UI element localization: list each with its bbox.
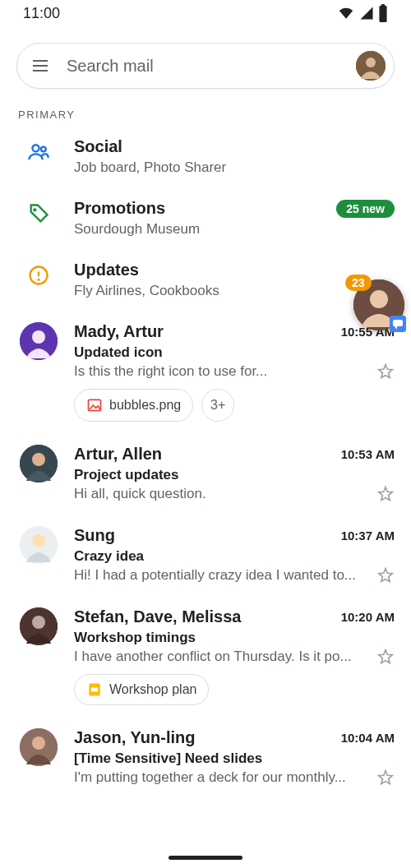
email-subject: Workshop timings <box>74 630 395 646</box>
sender-avatar[interactable] <box>20 445 58 482</box>
sender-avatar[interactable] <box>20 607 58 645</box>
emails-list: Mady, Artur 10:55 AM Updated icon Is thi… <box>0 311 411 798</box>
star-icon[interactable] <box>376 566 395 584</box>
star-icon[interactable] <box>376 648 395 666</box>
chip-label: bubbles.png <box>109 398 181 413</box>
email-sender: Stefan, Dave, Melissa <box>74 607 241 626</box>
battery-icon <box>378 4 388 22</box>
slides-icon <box>86 681 103 698</box>
signal-icon <box>358 6 375 21</box>
email-time: 10:20 AM <box>341 610 395 624</box>
svg-point-14 <box>32 453 45 466</box>
svg-rect-20 <box>91 688 98 692</box>
svg-point-22 <box>32 736 45 750</box>
email-snippet: Is this the right icon to use for... <box>74 363 267 380</box>
sender-avatar[interactable] <box>20 322 58 360</box>
svg-rect-0 <box>379 6 386 22</box>
attachment-chips: Workshop plan <box>74 674 395 705</box>
email-sender: Jason, Yun-ling <box>74 728 195 747</box>
status-bar: 11:00 <box>0 0 411 26</box>
sender-avatar[interactable] <box>20 526 58 564</box>
email-time: 10:37 AM <box>341 529 395 542</box>
email-body: Sung 10:37 AM Crazy idea Hi! I had a pot… <box>74 526 395 584</box>
svg-point-4 <box>32 145 39 151</box>
category-title: Promotions <box>74 199 165 218</box>
category-body: Promotions 25 new Sourdough Museum <box>74 199 395 238</box>
account-avatar[interactable] <box>356 51 386 81</box>
email-subject: [Time Sensitive] Need slides <box>74 750 395 767</box>
star-icon[interactable] <box>376 362 395 381</box>
chip-label: Workshop plan <box>109 682 196 697</box>
attachment-chip[interactable]: Workshop plan <box>74 674 209 705</box>
email-subject: Project updates <box>74 467 395 483</box>
chat-indicator-icon <box>390 316 406 332</box>
email-sender: Mady, Artur <box>74 322 164 341</box>
category-badge: 12 new <box>336 138 395 156</box>
svg-point-16 <box>32 534 45 547</box>
search-input[interactable]: Search mail <box>67 57 356 76</box>
email-body: Artur, Allen 10:53 AM Project updates Hi… <box>74 445 395 503</box>
status-icons <box>337 4 388 22</box>
wifi-icon <box>337 6 355 21</box>
svg-point-9 <box>37 279 39 281</box>
attachment-chip[interactable]: bubbles.png <box>74 389 193 422</box>
svg-rect-26 <box>393 320 403 326</box>
email-sender: Artur, Allen <box>74 445 162 464</box>
category-promotions[interactable]: Promotions 25 new Sourdough Museum <box>0 187 411 249</box>
svg-point-18 <box>32 616 45 629</box>
image-icon <box>86 397 103 413</box>
info-icon <box>20 261 58 287</box>
email-body: Mady, Artur 10:55 AM Updated icon Is thi… <box>74 322 395 422</box>
svg-point-3 <box>366 58 376 67</box>
email-sender: Sung <box>74 526 115 545</box>
star-icon[interactable] <box>376 769 395 787</box>
app-root: 11:00 Search mail PRIMARY Social <box>0 0 411 868</box>
star-icon[interactable] <box>376 485 395 503</box>
search-wrap: Search mail <box>0 26 411 99</box>
chat-head[interactable]: 23 <box>353 279 404 330</box>
email-subject: Updated icon <box>74 344 395 361</box>
email-snippet: Hi all, quick question. <box>74 486 206 502</box>
chat-head-badge: 23 <box>345 275 372 291</box>
svg-rect-1 <box>381 4 385 7</box>
svg-point-6 <box>33 208 36 211</box>
email-snippet: Hi! I had a potentially crazy idea I wan… <box>74 567 356 584</box>
category-body: Social 12 new Job board, Photo Sharer <box>74 137 395 176</box>
menu-icon[interactable] <box>29 54 52 77</box>
category-social[interactable]: Social 12 new Job board, Photo Sharer <box>0 126 411 187</box>
email-body: Stefan, Dave, Melissa 10:20 AM Workshop … <box>74 607 395 705</box>
more-attachments[interactable]: 3+ <box>201 389 234 422</box>
category-badge: 25 new <box>336 200 395 218</box>
svg-point-11 <box>32 330 45 344</box>
email-row[interactable]: Sung 10:37 AM Crazy idea Hi! I had a pot… <box>0 515 411 596</box>
email-subject: Crazy idea <box>74 548 395 565</box>
category-title: Updates <box>74 261 139 279</box>
email-time: 10:04 AM <box>341 731 395 745</box>
email-row[interactable]: Mady, Artur 10:55 AM Updated icon Is thi… <box>0 311 411 433</box>
svg-point-24 <box>370 290 388 308</box>
category-subtitle: Sourdough Museum <box>74 221 395 238</box>
email-body: Jason, Yun-ling 10:04 AM [Time Sensitive… <box>74 728 395 787</box>
email-row[interactable]: Stefan, Dave, Melissa 10:20 AM Workshop … <box>0 596 411 717</box>
status-time: 11:00 <box>23 5 60 22</box>
category-subtitle: Job board, Photo Sharer <box>74 159 395 176</box>
email-row[interactable]: Jason, Yun-ling 10:04 AM [Time Sensitive… <box>0 717 411 798</box>
email-snippet: I have another conflict on Thursday. Is … <box>74 649 352 665</box>
email-snippet: I'm putting together a deck for our mont… <box>74 769 346 786</box>
section-label: PRIMARY <box>0 99 411 126</box>
search-bar[interactable]: Search mail <box>16 43 395 89</box>
email-time: 10:53 AM <box>341 447 395 461</box>
tag-icon <box>20 199 58 225</box>
sender-avatar[interactable] <box>20 728 58 766</box>
email-row[interactable]: Artur, Allen 10:53 AM Project updates Hi… <box>0 433 411 515</box>
people-icon <box>20 137 58 164</box>
nav-handle[interactable] <box>169 856 242 860</box>
attachment-chips: bubbles.png 3+ <box>74 389 395 422</box>
category-title: Social <box>74 137 122 156</box>
svg-point-5 <box>41 147 46 152</box>
